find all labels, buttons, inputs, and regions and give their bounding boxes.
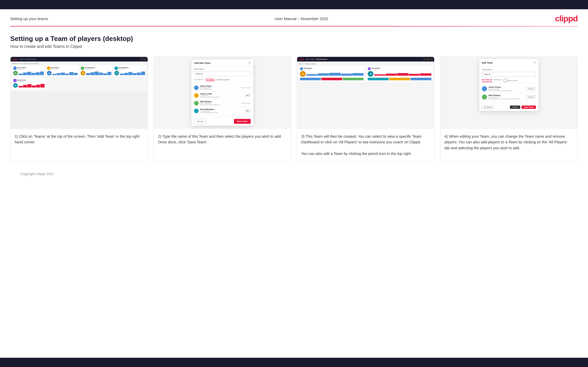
dialog-tab-allplayers[interactable]: All Players bbox=[206, 78, 215, 81]
dialog-team-name-input[interactable] bbox=[194, 71, 251, 76]
cards-row: clippd Home My Performance Showing 4 out… bbox=[10, 57, 578, 162]
edit-footer-right: Cancel Save Team bbox=[510, 106, 536, 109]
player-info-2: Adrian Coliba 1 HandicapCentral London G… bbox=[200, 93, 242, 98]
dialog-tab-myteam[interactable]: My Team (2) bbox=[194, 78, 204, 81]
edit-player-club-2: Plus HandicapRoyal North Devon Golf Club… bbox=[489, 97, 525, 100]
sc1-player-club-2: Plus Handicap bbox=[51, 68, 59, 70]
sc3-nav-players: Players bbox=[310, 58, 315, 60]
sc1-score-2: 0 bbox=[47, 71, 52, 75]
sc1-icon-1 bbox=[140, 58, 143, 60]
player-status-3: Player Added bbox=[241, 102, 251, 104]
player-name-1: Adrian Player bbox=[200, 85, 240, 87]
sc1-score-5: 72 bbox=[13, 83, 18, 88]
sc1-bars-4 bbox=[120, 71, 145, 75]
edit-filter-checkbox[interactable] bbox=[504, 79, 507, 82]
player-status-1: Player Added bbox=[241, 87, 251, 89]
edit-player-info-1: Adrian Player Plus HandicapThe Shire Lon… bbox=[489, 86, 525, 91]
edit-remove-btn-2[interactable]: Remove bbox=[526, 95, 536, 99]
sc1-players-row: Adrian Collins Plus Handicap 84 bbox=[12, 65, 146, 76]
sc1-player-card-3: Dave Billingham 3.5 Handicap 94 bbox=[80, 65, 112, 76]
sc3-pclub-2: Plus Handicap bbox=[372, 69, 380, 70]
dialog-header: Add New Team ✕ bbox=[191, 59, 253, 66]
sc1-player-name-4: Dave Billingham bbox=[119, 67, 129, 68]
edit-save-team-button[interactable]: Save Team bbox=[522, 106, 536, 109]
sc1-score-4: 78 bbox=[114, 71, 119, 75]
sc1-players-row-2: Richard Butler Plus Handicap 72 bbox=[12, 78, 146, 89]
sc3-subtitle: Team A — Showing all players bbox=[299, 63, 433, 65]
player-list-item-1: Adrian Player Plus HandicapThe Shire Lon… bbox=[194, 84, 251, 92]
sc1-player-name-1: Adrian Collins bbox=[17, 67, 26, 68]
edit-player-name-2: Blair McHarg bbox=[489, 94, 525, 97]
player-name-2: Adrian Coliba bbox=[200, 93, 242, 95]
clippd-logo: clippd bbox=[555, 14, 578, 23]
edit-tabs: My Team (2) All Players Filter by name bbox=[482, 79, 536, 83]
header: Setting up your teams User Manual – Nove… bbox=[0, 9, 588, 26]
sc3-avatar-2 bbox=[368, 67, 371, 70]
edit-dialog-close-icon[interactable]: ✕ bbox=[534, 61, 536, 64]
player-info-1: Adrian Player Plus HandicapThe Shire Lon… bbox=[200, 85, 240, 90]
sc1-player-name-2: Blair McHarg bbox=[51, 67, 59, 68]
sc3-more-bars-2 bbox=[368, 78, 431, 80]
edit-remove-btn-1[interactable]: Remove bbox=[526, 87, 536, 90]
sc1-player-club-4: 1 Handicap bbox=[119, 68, 129, 70]
sc3-icon-3 bbox=[430, 58, 433, 60]
card-2-screenshot: Add New Team ✕ Team Name * My Team (2) A… bbox=[154, 57, 291, 129]
player-add-btn-4[interactable]: Add bbox=[244, 109, 251, 112]
player-info-3: Blair McHarg Plus HandicapRoyal North De… bbox=[200, 101, 240, 106]
player-avatar-3 bbox=[194, 101, 199, 106]
sc3-topbar-right bbox=[423, 58, 433, 60]
delete-button[interactable]: 🗑 Delete bbox=[482, 105, 494, 109]
player-info-4: Dave Billingham 3.5 HandicapThe Gog Mago… bbox=[200, 108, 242, 113]
sc1-avatar-4 bbox=[114, 66, 118, 70]
card-3-text-part1: 3) This Team will then be created. You c… bbox=[301, 134, 422, 144]
cancel-button[interactable]: Cancel bbox=[194, 119, 206, 124]
edit-dialog-body: Team Name * My Team (2) All Players Filt… bbox=[479, 67, 539, 103]
sc3-body: Team A — Showing all players Blair McHar… bbox=[297, 62, 434, 83]
sc1-body: Showing 4 out of 8 players from All Play… bbox=[11, 62, 148, 91]
edit-tab-allplayers[interactable]: All Players bbox=[494, 79, 502, 82]
sc1-player-club-3: 3.5 Handicap bbox=[85, 68, 95, 70]
trash-icon: 🗑 bbox=[484, 106, 486, 108]
edit-team-name-label: Team Name * bbox=[482, 69, 536, 71]
sc1-player-name-3: Dave Billingham bbox=[85, 67, 95, 68]
sc1-player-card-5: Richard Butler Plus Handicap 72 bbox=[12, 78, 46, 89]
sc1-body-subtitle: Showing 4 out of 8 players from All Play… bbox=[12, 63, 146, 64]
sc1-bars-1 bbox=[19, 71, 44, 75]
sc1-nav-teams: My Performance bbox=[25, 58, 36, 60]
top-bar bbox=[0, 0, 588, 9]
sc3-nav: Home Players My Performance bbox=[306, 58, 327, 60]
header-document-title: User Manual – November 2022 bbox=[275, 16, 328, 21]
sc3-pname-2: Richard Butler bbox=[372, 67, 380, 69]
sc1-nav-home: Home bbox=[20, 58, 24, 60]
sc3-score-2: 72 bbox=[368, 71, 373, 77]
sc3-pclub-1: Plus Handicap bbox=[304, 69, 312, 70]
sc1-logo: clippd bbox=[12, 58, 18, 60]
sc1-player-card-2: Blair McHarg Plus Handicap 0 bbox=[46, 65, 79, 76]
edit-cancel-button[interactable]: Cancel bbox=[510, 106, 520, 109]
dialog-close-icon[interactable]: ✕ bbox=[248, 62, 251, 64]
edit-player-name-1: Adrian Player bbox=[489, 86, 525, 88]
sc1-bars-2 bbox=[52, 71, 78, 75]
dialog-title: Add New Team bbox=[194, 62, 211, 64]
card-4: Edit Team ✕ Team Name * My Team (2) All … bbox=[440, 57, 578, 162]
sc1-player-club-1: Plus Handicap bbox=[17, 68, 26, 70]
page-subtitle: How to create and edit Teams in Clippd bbox=[10, 44, 578, 49]
edit-player-info-2: Blair McHarg Plus HandicapRoyal North De… bbox=[489, 94, 525, 100]
player-avatar-1 bbox=[194, 85, 199, 90]
filter-checkbox[interactable] bbox=[216, 79, 218, 81]
card-1: clippd Home My Performance Showing 4 out… bbox=[10, 57, 148, 162]
edit-tab-myteam[interactable]: My Team (2) bbox=[482, 79, 492, 82]
dialog-team-name-label: Team Name * bbox=[194, 68, 251, 70]
edit-team-name-input[interactable] bbox=[482, 72, 536, 77]
save-team-button[interactable]: Save Team bbox=[234, 119, 251, 124]
player-list-item-4: Dave Billingham 3.5 HandicapThe Gog Mago… bbox=[194, 107, 251, 115]
sc1-icon-2 bbox=[144, 58, 146, 60]
page-content: Setting up a Team of players (desktop) H… bbox=[0, 27, 588, 186]
sc1-topbar-right bbox=[140, 58, 146, 60]
player-add-btn-2[interactable]: Add bbox=[244, 94, 251, 97]
sc1-player-club-5: Plus Handicap bbox=[17, 81, 26, 82]
card-4-screenshot: Edit Team ✕ Team Name * My Team (2) All … bbox=[440, 57, 577, 129]
sc1-player-card-4: Dave Billingham 1 Handicap 78 bbox=[113, 65, 146, 76]
player-club-1: Plus HandicapThe Shire London bbox=[200, 87, 240, 90]
footer: Copyright Clippd 2021 bbox=[10, 169, 578, 180]
